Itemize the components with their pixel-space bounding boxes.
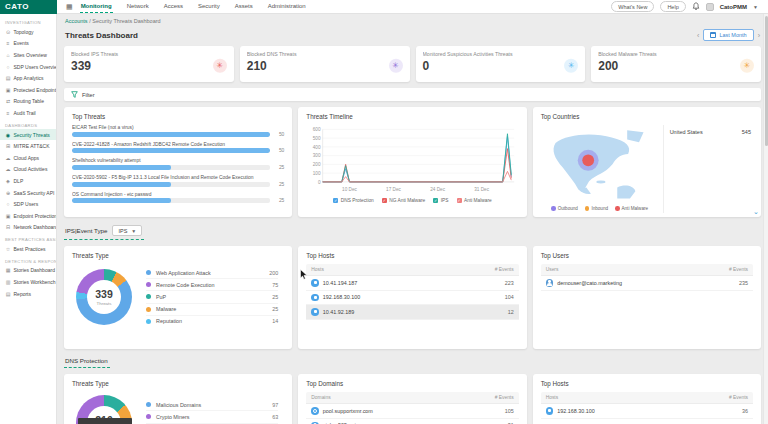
donut-legend-label: Crypto Miners (156, 414, 190, 420)
threat-bar-label: EICAR Test File (not a virus) (72, 125, 284, 130)
sidebar-item-cloud-activities[interactable]: ☁Cloud Activities (0, 164, 56, 176)
notifications-bell-icon[interactable] (692, 2, 700, 11)
donut-legend-crypto-miners[interactable]: Crypto Miners63 (146, 411, 278, 423)
event-type-select[interactable]: IPS ▼ (112, 225, 142, 236)
sidebar-item-saas-security-api[interactable]: ⊕SaaS Security API (0, 187, 56, 199)
timeline-legend-ips[interactable]: ✓IPS (433, 198, 448, 203)
page-scrollbar[interactable] (763, 14, 768, 424)
legend-checkbox-icon[interactable]: ✓ (433, 198, 438, 203)
threat-bar-fill[interactable] (72, 148, 270, 153)
tab-monitoring[interactable]: Monitoring (80, 0, 113, 13)
sidebar-item-sites-overview[interactable]: ⌂Sites Overview (0, 49, 56, 61)
ips-threats-donut-chart[interactable]: 339 Threats (76, 269, 132, 325)
threat-bar-fill[interactable] (72, 165, 171, 170)
threat-bar-row: 50 (72, 132, 284, 137)
table-row-192-168-30-100[interactable]: 192.168.30.100104 (306, 291, 518, 306)
ips-threats-type-panel: Threats Type 339 Threats Web Application… (64, 246, 292, 349)
date-next-chevron-icon[interactable]: › (758, 32, 760, 39)
sidebar-item-reports[interactable]: ▤Reports (0, 288, 56, 300)
table-row-10-41-194-187[interactable]: 10.41.194.187223 (306, 276, 518, 291)
world-map[interactable]: OutboundInboundAnti Malware (541, 125, 664, 213)
sidebar-item-sdp-users-overview[interactable]: ○SDP Users Overview (0, 61, 56, 73)
sidebar-item-routing-table[interactable]: ⇄Routing Table (0, 96, 56, 108)
stat-card-monitored-suspicious-activities-threats[interactable]: Monitored Suspicious Activities Threats0… (416, 46, 586, 82)
timeline-legend-ng-anti-malware[interactable]: ✓NG Anti Malware (382, 198, 426, 203)
legend-checkbox-icon[interactable]: ✓ (457, 198, 462, 203)
svg-text:0: 0 (318, 179, 321, 184)
host-icon (311, 279, 319, 287)
sidebar: INVESTIGATION⊙Topology≡Events⌂Sites Over… (0, 14, 57, 424)
threat-bar-fill[interactable] (72, 132, 270, 137)
sidebar-item-cloud-apps[interactable]: ☁Cloud Apps (0, 152, 56, 164)
breadcrumb-accounts-link[interactable]: Accounts (65, 18, 88, 24)
donut-legend-malware[interactable]: Malware25 (146, 304, 278, 316)
timeline-legend-anti-malware[interactable]: ✓Anti Malware (457, 198, 492, 203)
donut-legend-reputation[interactable]: Reputation14 (146, 316, 278, 327)
tab-assets[interactable]: Assets (234, 0, 254, 13)
date-range-button[interactable]: Last Month (703, 29, 753, 41)
sidebar-item-network-dashboard[interactable]: ⊟Network Dashboard (0, 222, 56, 234)
topology-icon: ⊙ (5, 29, 11, 35)
whats-new-button[interactable]: What's New (611, 1, 654, 12)
row-text: 10.41.92.189 (323, 309, 354, 315)
timeline-legend-dns-protection[interactable]: ✓DNS Protection (333, 198, 374, 203)
legend-checkbox-icon[interactable]: ✓ (382, 198, 387, 203)
threat-bar-fill[interactable] (72, 198, 171, 203)
threats-timeline-title: Threats Timeline (306, 113, 518, 120)
timeline-legend-label: IPS (441, 198, 449, 203)
sidebar-item-security-threats[interactable]: ◉Security Threats (0, 129, 56, 141)
table-row-demouser-cato-marketing[interactable]: demouser@cato.marketing235 (541, 276, 753, 291)
sidebar-item-endpoint-protection[interactable]: ▣Endpoint Protection (0, 210, 56, 222)
ips-top-hosts-title: Top Hosts (306, 252, 518, 259)
donut-legend-web-application-attack[interactable]: Web Application Attack200 (146, 267, 278, 279)
account-avatar[interactable] (706, 3, 714, 11)
sidebar-item-stories-workbench[interactable]: ▥Stories Workbench (0, 276, 56, 288)
country-row-united-states[interactable]: United States545 (670, 128, 751, 136)
ips-top-hosts-table: Hosts# Events10.41.194.187223192.168.30.… (306, 264, 518, 320)
sidebar-item-best-practices[interactable]: ☆Best Practices (0, 243, 56, 255)
legend-checkbox-icon[interactable]: ✓ (333, 198, 338, 203)
sidebar-item-mitre-att-ck[interactable]: ⊞MITRE ATT&CK (0, 140, 56, 152)
stat-card-blocked-malware-threats[interactable]: Blocked Malware Threats200✳ (591, 46, 761, 82)
map-legend-outbound[interactable]: Outbound (551, 206, 578, 211)
table-row-10-41-92-189[interactable]: 10.41.92.18912 (306, 305, 518, 320)
donut-legend-malicious-domains[interactable]: Malicious Domains97 (146, 399, 278, 411)
sidebar-item-topology[interactable]: ⊙Topology (0, 26, 56, 38)
filter-bar[interactable]: Filter (64, 88, 761, 101)
table-row-stsln-c505-net[interactable]: stsln.c505.net31 (306, 419, 518, 424)
tab-security[interactable]: Security (197, 0, 221, 13)
map-legend-inbound[interactable]: Inbound (585, 206, 608, 211)
map-legend-anti-malware[interactable]: Anti Malware (615, 206, 648, 211)
date-prev-chevron-icon[interactable]: ‹ (697, 32, 699, 39)
sidebar-item-protected-endpoints[interactable]: ▣Protected Endpoints (0, 84, 56, 96)
sidebar-item-events[interactable]: ≡Events (0, 38, 56, 50)
scrollbar-thumb[interactable] (765, 16, 768, 146)
tab-network[interactable]: Network (126, 0, 150, 13)
cato-logo[interactable]: CATO (0, 0, 57, 14)
sidebar-item-sdp-users[interactable]: ○SDP Users (0, 198, 56, 210)
account-menu-caret-icon[interactable]: ▼ (753, 4, 758, 10)
donut-legend-pup[interactable]: PuP25 (146, 291, 278, 303)
donut-legend-remote-code-execution[interactable]: Remote Code Execution75 (146, 279, 278, 291)
table-row-192-168-30-100[interactable]: 192.168.30.10036 (541, 404, 753, 419)
sidebar-item-stories-dashboard[interactable]: ▦Stories Dashboard (0, 265, 56, 277)
tab-access[interactable]: Access (163, 0, 184, 13)
tab-administration[interactable]: Administration (267, 0, 307, 13)
help-button[interactable]: Help (660, 1, 685, 12)
top-users-panel: Top Users Users# Eventsdemouser@cato.mar… (533, 246, 761, 349)
top-domains-table: Domains# Eventspool.supportxmr.com105sts… (306, 392, 518, 424)
expand-panel-chevron-icon[interactable]: ⌄ (753, 208, 759, 215)
donut-center: 339 Threats (87, 280, 121, 314)
table-row-pool-supportxmr-com[interactable]: pool.supportxmr.com105 (306, 404, 518, 419)
stat-card-blocked-dns-threats[interactable]: Blocked DNS Threats210✳ (240, 46, 410, 82)
sidebar-item-dlp[interactable]: ◈DLP (0, 175, 56, 187)
threat-bar-fill[interactable] (72, 182, 171, 187)
account-name[interactable]: CatoPMM (720, 4, 747, 10)
map-threat-bubble-inner[interactable] (582, 154, 594, 166)
security-threats-icon: ◉ (5, 132, 11, 138)
stat-card-blocked-ips-threats[interactable]: Blocked IPS Threats339✳ (64, 46, 234, 82)
apps-grid-icon[interactable]: ▦ (66, 3, 73, 10)
row-text: 192.168.30.100 (323, 294, 360, 300)
sidebar-item-app-analytics[interactable]: ▤App Analytics (0, 72, 56, 84)
sidebar-item-audit-trail[interactable]: ≡Audit Trail (0, 107, 56, 119)
